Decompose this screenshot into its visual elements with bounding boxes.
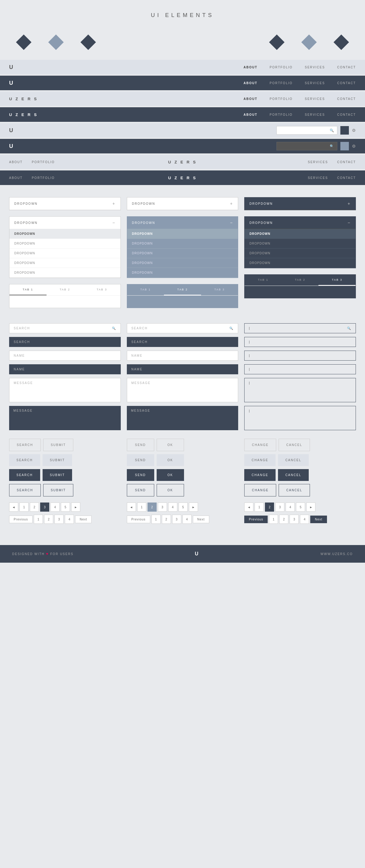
- message-display-dark-outline-3[interactable]: |: [244, 406, 356, 430]
- search-input-6[interactable]: [280, 145, 330, 148]
- cancel-button-light[interactable]: CANCEL: [278, 454, 309, 466]
- submit-button-dark[interactable]: SUBMIT: [43, 469, 73, 481]
- pag-text-page-1-1[interactable]: 1: [34, 515, 43, 524]
- pag-text-page-2-1[interactable]: 1: [151, 515, 161, 524]
- tab-3-3[interactable]: TAB 3: [318, 275, 356, 286]
- pag-page-1-5[interactable]: 5: [61, 502, 70, 512]
- dropdown-item-2-3[interactable]: DROPDOWN: [127, 249, 238, 258]
- search-input-5[interactable]: [280, 129, 330, 132]
- tab-2-2[interactable]: TAB 2: [164, 284, 201, 295]
- tab-1-1[interactable]: TAB 1: [9, 284, 47, 295]
- pag-page-2-2[interactable]: 2: [147, 502, 157, 512]
- pag-page-1-3[interactable]: 3: [40, 502, 49, 512]
- send-button-outline[interactable]: SEND: [127, 439, 154, 451]
- ok-button-outline-dark[interactable]: OK: [157, 484, 184, 496]
- search-icon-5[interactable]: 🔍: [330, 128, 334, 132]
- tab-1-2[interactable]: TAB 2: [47, 284, 84, 295]
- pag-text-page-1-2[interactable]: 2: [44, 515, 53, 524]
- message-display-1[interactable]: MESSAGE: [9, 378, 121, 402]
- pag-page-2-1[interactable]: 1: [137, 502, 146, 512]
- search-display-1[interactable]: SEARCH 🔍: [9, 323, 121, 333]
- nav-item-portfolio-1[interactable]: PORTFOLIO: [270, 66, 292, 69]
- pag-page-3-1[interactable]: 1: [255, 502, 264, 512]
- name-display-2[interactable]: NAME: [127, 350, 238, 361]
- pag-next-text-2[interactable]: Next: [193, 516, 209, 523]
- pag-text-page-3-3[interactable]: 3: [289, 515, 299, 524]
- pag-page-2-3[interactable]: 3: [158, 502, 167, 512]
- pag-prev-icon-1[interactable]: ◄: [9, 502, 18, 512]
- nav-item-about-4[interactable]: ABOUT: [244, 113, 258, 116]
- pag-page-3-2[interactable]: 2: [265, 502, 274, 512]
- send-button-light[interactable]: SEND: [127, 454, 154, 466]
- name-display-dark-2[interactable]: NAME: [127, 364, 238, 374]
- pag-text-page-3-1[interactable]: 1: [269, 515, 278, 524]
- nav-item-about-1[interactable]: ABOUT: [244, 66, 258, 69]
- nav-about-7[interactable]: ABOUT: [9, 160, 23, 164]
- nav-portfolio-8[interactable]: PORTFOLIO: [32, 176, 55, 180]
- search-button-dark[interactable]: SEARCH: [9, 469, 40, 481]
- tab-3-2[interactable]: TAB 2: [282, 275, 319, 286]
- nav-item-contact-2[interactable]: CONTACT: [337, 82, 356, 85]
- change-button-outline[interactable]: CHANGE: [244, 439, 276, 451]
- pag-prev-text-1[interactable]: Previous: [9, 516, 32, 523]
- search-display-dark-outline-3[interactable]: |: [244, 337, 356, 347]
- dropdown-header-collapsed-3[interactable]: DROPDOWN +: [245, 197, 356, 210]
- ok-button-light[interactable]: OK: [157, 454, 184, 466]
- nav-item-about-3[interactable]: ABOUT: [244, 97, 258, 100]
- dropdown-item-2-4[interactable]: DROPDOWN: [127, 258, 238, 268]
- gear-icon-6[interactable]: ⚙: [352, 144, 356, 149]
- tab-2-1[interactable]: TAB 1: [127, 284, 164, 295]
- nav-contact-7[interactable]: CONTACT: [337, 160, 356, 164]
- send-button-dark[interactable]: SEND: [127, 469, 154, 481]
- dropdown-item-1-5[interactable]: DROPDOWN: [9, 268, 120, 278]
- pag-text-page-1-3[interactable]: 3: [54, 515, 63, 524]
- nav-item-portfolio-3[interactable]: PORTFOLIO: [270, 97, 292, 100]
- nav-item-contact-4[interactable]: CONTACT: [337, 113, 356, 116]
- dropdown-item-3-2[interactable]: DROPDOWN: [245, 239, 356, 249]
- nav-item-services-2[interactable]: SERVICES: [305, 82, 325, 85]
- nav-item-about-2[interactable]: ABOUT: [244, 82, 258, 85]
- pag-text-page-1-4[interactable]: 4: [65, 515, 74, 524]
- pag-prev-icon-2[interactable]: ◄: [127, 502, 136, 512]
- dropdown-item-1-4[interactable]: DROPDOWN: [9, 258, 120, 268]
- nav-item-services-4[interactable]: SERVICES: [305, 113, 325, 116]
- pag-prev-text-2[interactable]: Previous: [127, 516, 150, 523]
- name-display-1[interactable]: NAME: [9, 350, 121, 361]
- search-display-dark-1[interactable]: SEARCH: [9, 337, 121, 347]
- dropdown-item-2-1[interactable]: DROPDOWN: [127, 229, 238, 239]
- dropdown-item-3-4[interactable]: DROPDOWN: [245, 258, 356, 268]
- change-button-light[interactable]: CHANGE: [244, 454, 276, 466]
- dropdown-item-1-3[interactable]: DROPDOWN: [9, 249, 120, 258]
- tab-1-3[interactable]: TAB 3: [83, 284, 120, 295]
- pag-page-3-4[interactable]: 4: [286, 502, 295, 512]
- change-button-outline-dark[interactable]: CHANGE: [244, 484, 276, 496]
- nav-item-portfolio-2[interactable]: PORTFOLIO: [270, 82, 292, 85]
- nav-about-8[interactable]: ABOUT: [9, 176, 23, 180]
- nav-services-8[interactable]: SERVICES: [308, 176, 328, 180]
- nav-item-services-3[interactable]: SERVICES: [305, 97, 325, 100]
- name-display-dark-outline-3[interactable]: |: [244, 364, 356, 374]
- dropdown-header-collapsed-2[interactable]: DROPDOWN +: [127, 197, 238, 210]
- nav-item-services-1[interactable]: SERVICES: [305, 66, 325, 69]
- pag-page-1-1[interactable]: 1: [20, 502, 29, 512]
- pag-text-page-2-4[interactable]: 4: [182, 515, 192, 524]
- name-display-dark-1[interactable]: NAME: [9, 364, 121, 374]
- search-display-outline-3[interactable]: | 🔍: [244, 323, 356, 333]
- pag-prev-text-3[interactable]: Previous: [244, 516, 268, 523]
- color-square-5[interactable]: [340, 126, 349, 134]
- dropdown-item-2-5[interactable]: DROPDOWN: [127, 268, 238, 278]
- pag-next-icon-3[interactable]: ►: [306, 502, 315, 512]
- dropdown-item-1-2[interactable]: DROPDOWN: [9, 239, 120, 249]
- dropdown-header-expanded-1[interactable]: DROPDOWN −: [9, 217, 120, 229]
- dropdown-item-2-2[interactable]: DROPDOWN: [127, 239, 238, 249]
- pag-next-text-3[interactable]: Next: [310, 516, 327, 523]
- search-display-2[interactable]: SEARCH 🔍: [127, 323, 238, 333]
- dropdown-item-3-3[interactable]: DROPDOWN: [245, 249, 356, 258]
- dropdown-item-3-1[interactable]: DROPDOWN: [245, 229, 356, 239]
- message-display-2[interactable]: MESSAGE: [127, 378, 238, 402]
- nav-item-portfolio-4[interactable]: PORTFOLIO: [270, 113, 292, 116]
- search-button-light[interactable]: SEARCH: [9, 454, 40, 466]
- gear-icon-5[interactable]: ⚙: [352, 128, 356, 133]
- change-button-dark[interactable]: CHANGE: [244, 469, 276, 481]
- submit-button-outline-dark[interactable]: SUBMIT: [43, 484, 74, 496]
